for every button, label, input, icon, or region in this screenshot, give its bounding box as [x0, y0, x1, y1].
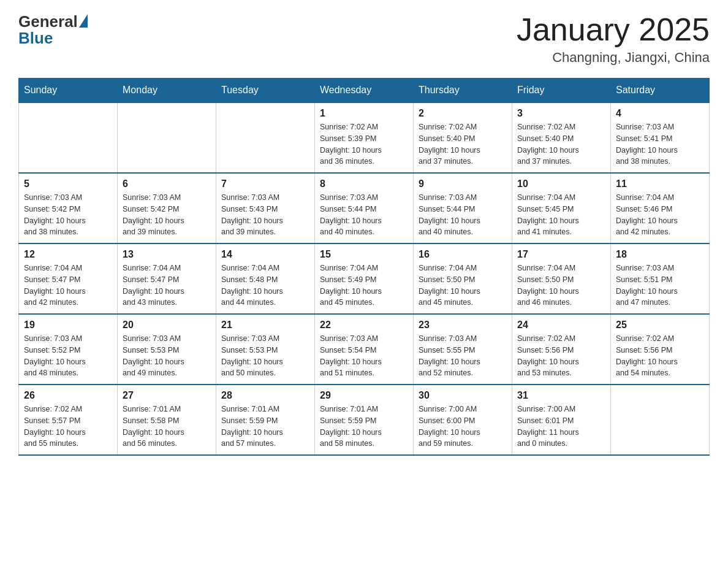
- calendar-cell: 15Sunrise: 7:04 AMSunset: 5:49 PMDayligh…: [315, 243, 414, 314]
- day-number: 25: [616, 320, 704, 331]
- calendar-cell: 17Sunrise: 7:04 AMSunset: 5:50 PMDayligh…: [512, 243, 611, 314]
- day-number: 20: [123, 320, 211, 331]
- calendar-cell: 12Sunrise: 7:04 AMSunset: 5:47 PMDayligh…: [19, 243, 118, 314]
- calendar-cell: 2Sunrise: 7:02 AMSunset: 5:40 PMDaylight…: [414, 102, 512, 173]
- day-number: 22: [320, 320, 408, 331]
- calendar-cell: [611, 385, 710, 455]
- day-info: Sunrise: 7:03 AMSunset: 5:53 PMDaylight:…: [221, 333, 309, 379]
- day-number: 19: [24, 320, 112, 331]
- day-info: Sunrise: 7:04 AMSunset: 5:47 PMDaylight:…: [24, 262, 112, 308]
- page-header: General Blue January 2025 Changning, Jia…: [18, 12, 710, 66]
- calendar-cell: 18Sunrise: 7:03 AMSunset: 5:51 PMDayligh…: [611, 243, 710, 314]
- calendar-cell: 9Sunrise: 7:03 AMSunset: 5:44 PMDaylight…: [414, 173, 512, 243]
- location-title: Changning, Jiangxi, China: [517, 50, 710, 66]
- day-info: Sunrise: 7:03 AMSunset: 5:52 PMDaylight:…: [24, 333, 112, 379]
- calendar-header-row: SundayMondayTuesdayWednesdayThursdayFrid…: [19, 79, 710, 103]
- calendar-cell: 21Sunrise: 7:03 AMSunset: 5:53 PMDayligh…: [216, 314, 315, 385]
- day-number: 18: [616, 249, 704, 260]
- calendar-cell: 11Sunrise: 7:04 AMSunset: 5:46 PMDayligh…: [611, 173, 710, 243]
- calendar-header-monday: Monday: [118, 79, 216, 103]
- day-info: Sunrise: 7:04 AMSunset: 5:45 PMDaylight:…: [517, 192, 605, 238]
- day-number: 24: [517, 320, 605, 331]
- day-info: Sunrise: 7:02 AMSunset: 5:39 PMDaylight:…: [320, 121, 408, 167]
- day-number: 1: [320, 108, 408, 119]
- calendar-cell: 14Sunrise: 7:04 AMSunset: 5:48 PMDayligh…: [216, 243, 315, 314]
- calendar-cell: 13Sunrise: 7:04 AMSunset: 5:47 PMDayligh…: [118, 243, 216, 314]
- calendar-cell: 29Sunrise: 7:01 AMSunset: 5:59 PMDayligh…: [315, 385, 414, 455]
- calendar-cell: 5Sunrise: 7:03 AMSunset: 5:42 PMDaylight…: [19, 173, 118, 243]
- day-info: Sunrise: 7:03 AMSunset: 5:44 PMDaylight:…: [419, 192, 507, 238]
- day-number: 10: [517, 178, 605, 190]
- day-info: Sunrise: 7:02 AMSunset: 5:57 PMDaylight:…: [24, 404, 112, 450]
- day-number: 8: [320, 178, 408, 190]
- logo: General Blue: [18, 12, 88, 48]
- day-info: Sunrise: 7:02 AMSunset: 5:40 PMDaylight:…: [419, 121, 507, 167]
- day-info: Sunrise: 7:00 AMSunset: 6:00 PMDaylight:…: [419, 404, 507, 450]
- calendar-table: SundayMondayTuesdayWednesdayThursdayFrid…: [18, 78, 710, 456]
- day-info: Sunrise: 7:03 AMSunset: 5:42 PMDaylight:…: [123, 192, 211, 238]
- calendar-cell: 16Sunrise: 7:04 AMSunset: 5:50 PMDayligh…: [414, 243, 512, 314]
- calendar-header-thursday: Thursday: [414, 79, 512, 103]
- day-info: Sunrise: 7:01 AMSunset: 5:59 PMDaylight:…: [221, 404, 309, 450]
- day-number: 30: [419, 390, 507, 401]
- calendar-cell: 27Sunrise: 7:01 AMSunset: 5:58 PMDayligh…: [118, 385, 216, 455]
- day-number: 5: [24, 178, 112, 190]
- calendar-cell: 1Sunrise: 7:02 AMSunset: 5:39 PMDaylight…: [315, 102, 414, 173]
- day-info: Sunrise: 7:04 AMSunset: 5:46 PMDaylight:…: [616, 192, 704, 238]
- calendar-cell: 22Sunrise: 7:03 AMSunset: 5:54 PMDayligh…: [315, 314, 414, 385]
- calendar-cell: 31Sunrise: 7:00 AMSunset: 6:01 PMDayligh…: [512, 385, 611, 455]
- calendar-cell: 24Sunrise: 7:02 AMSunset: 5:56 PMDayligh…: [512, 314, 611, 385]
- calendar-week-row: 19Sunrise: 7:03 AMSunset: 5:52 PMDayligh…: [19, 314, 710, 385]
- day-number: 12: [24, 249, 112, 260]
- day-info: Sunrise: 7:03 AMSunset: 5:54 PMDaylight:…: [320, 333, 408, 379]
- day-info: Sunrise: 7:04 AMSunset: 5:50 PMDaylight:…: [419, 262, 507, 308]
- calendar-week-row: 26Sunrise: 7:02 AMSunset: 5:57 PMDayligh…: [19, 385, 710, 455]
- day-number: 21: [221, 320, 309, 331]
- day-number: 16: [419, 249, 507, 260]
- title-section: January 2025 Changning, Jiangxi, China: [517, 12, 710, 66]
- calendar-cell: [118, 102, 216, 173]
- day-number: 3: [517, 108, 605, 119]
- day-number: 14: [221, 249, 309, 260]
- day-info: Sunrise: 7:04 AMSunset: 5:50 PMDaylight:…: [517, 262, 605, 308]
- day-number: 2: [419, 108, 507, 119]
- calendar-cell: 8Sunrise: 7:03 AMSunset: 5:44 PMDaylight…: [315, 173, 414, 243]
- day-number: 31: [517, 390, 605, 401]
- calendar-cell: [19, 102, 118, 173]
- day-info: Sunrise: 7:02 AMSunset: 5:56 PMDaylight:…: [517, 333, 605, 379]
- calendar-cell: 6Sunrise: 7:03 AMSunset: 5:42 PMDaylight…: [118, 173, 216, 243]
- calendar-cell: 20Sunrise: 7:03 AMSunset: 5:53 PMDayligh…: [118, 314, 216, 385]
- day-number: 13: [123, 249, 211, 260]
- day-number: 29: [320, 390, 408, 401]
- day-number: 28: [221, 390, 309, 401]
- calendar-cell: 25Sunrise: 7:02 AMSunset: 5:56 PMDayligh…: [611, 314, 710, 385]
- day-info: Sunrise: 7:02 AMSunset: 5:56 PMDaylight:…: [616, 333, 704, 379]
- day-number: 6: [123, 178, 211, 190]
- day-number: 26: [24, 390, 112, 401]
- calendar-cell: 30Sunrise: 7:00 AMSunset: 6:00 PMDayligh…: [414, 385, 512, 455]
- day-number: 15: [320, 249, 408, 260]
- day-number: 9: [419, 178, 507, 190]
- day-info: Sunrise: 7:01 AMSunset: 5:58 PMDaylight:…: [123, 404, 211, 450]
- day-info: Sunrise: 7:00 AMSunset: 6:01 PMDaylight:…: [517, 404, 605, 450]
- day-info: Sunrise: 7:03 AMSunset: 5:44 PMDaylight:…: [320, 192, 408, 238]
- day-info: Sunrise: 7:03 AMSunset: 5:41 PMDaylight:…: [616, 121, 704, 167]
- day-number: 23: [419, 320, 507, 331]
- day-info: Sunrise: 7:04 AMSunset: 5:49 PMDaylight:…: [320, 262, 408, 308]
- day-info: Sunrise: 7:01 AMSunset: 5:59 PMDaylight:…: [320, 404, 408, 450]
- calendar-header-sunday: Sunday: [19, 79, 118, 103]
- calendar-cell: 3Sunrise: 7:02 AMSunset: 5:40 PMDaylight…: [512, 102, 611, 173]
- calendar-cell: 7Sunrise: 7:03 AMSunset: 5:43 PMDaylight…: [216, 173, 315, 243]
- calendar-cell: 26Sunrise: 7:02 AMSunset: 5:57 PMDayligh…: [19, 385, 118, 455]
- day-number: 7: [221, 178, 309, 190]
- day-info: Sunrise: 7:03 AMSunset: 5:55 PMDaylight:…: [419, 333, 507, 379]
- day-info: Sunrise: 7:04 AMSunset: 5:48 PMDaylight:…: [221, 262, 309, 308]
- day-info: Sunrise: 7:03 AMSunset: 5:53 PMDaylight:…: [123, 333, 211, 379]
- day-number: 17: [517, 249, 605, 260]
- calendar-header-saturday: Saturday: [611, 79, 710, 103]
- day-number: 27: [123, 390, 211, 401]
- month-title: January 2025: [517, 12, 710, 47]
- calendar-cell: 28Sunrise: 7:01 AMSunset: 5:59 PMDayligh…: [216, 385, 315, 455]
- calendar-header-wednesday: Wednesday: [315, 79, 414, 103]
- day-info: Sunrise: 7:03 AMSunset: 5:42 PMDaylight:…: [24, 192, 112, 238]
